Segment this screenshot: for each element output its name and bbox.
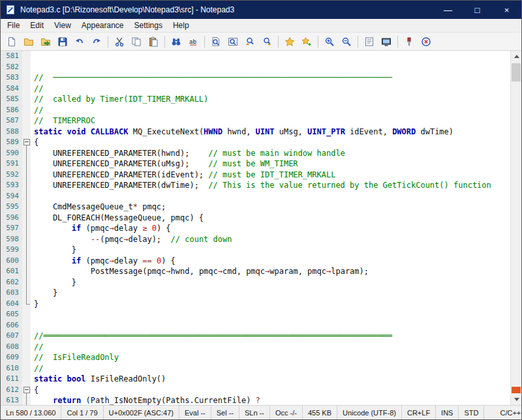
maximize-button[interactable]: □ bbox=[463, 1, 492, 19]
zoom-out-button[interactable] bbox=[339, 34, 354, 50]
code-text[interactable] bbox=[31, 51, 34, 62]
line-number[interactable]: 594 bbox=[1, 191, 22, 202]
code-text[interactable]: static bool IsFileReadOnly() bbox=[31, 374, 166, 385]
copy-button[interactable] bbox=[129, 34, 144, 50]
code-text[interactable]: // bbox=[31, 342, 43, 353]
code-text[interactable]: UNREFERENCED_PARAMETER(dwTime); // This … bbox=[31, 180, 491, 191]
line-number[interactable]: 611 bbox=[1, 374, 22, 385]
code-text[interactable]: } bbox=[31, 288, 57, 299]
line-number[interactable]: 613 bbox=[1, 395, 22, 405]
status-eol-mode[interactable]: CR+LF bbox=[402, 406, 436, 419]
find-next-button[interactable] bbox=[259, 34, 275, 50]
code-text[interactable]: return (Path_IsNotEmpty(Paths.CurrentFil… bbox=[31, 395, 260, 405]
find-in-files-button[interactable] bbox=[208, 34, 224, 50]
status-edit-mode[interactable]: STD bbox=[459, 406, 484, 419]
line-number[interactable]: 598 bbox=[1, 234, 22, 245]
scroll-down-icon[interactable] bbox=[511, 394, 521, 405]
browse-files-button[interactable] bbox=[38, 34, 54, 50]
goto-line-button[interactable] bbox=[225, 34, 241, 50]
open-file-button[interactable] bbox=[21, 34, 37, 50]
code-text[interactable]: } bbox=[31, 299, 38, 310]
code-text[interactable]: // TIMERPROC bbox=[31, 115, 95, 127]
cut-button[interactable] bbox=[112, 34, 127, 50]
code-text[interactable] bbox=[31, 320, 34, 331]
line-number[interactable]: 593 bbox=[1, 180, 22, 191]
status-insert-mode[interactable]: INS bbox=[436, 406, 459, 419]
bookmark-button[interactable] bbox=[282, 34, 298, 50]
code-text[interactable]: //══════════════════════════════════════… bbox=[31, 331, 392, 342]
pin-on-top-button[interactable] bbox=[401, 34, 417, 50]
code-text[interactable]: if (pmqc→delay == 0) { bbox=[31, 256, 176, 267]
line-number[interactable]: 612 bbox=[1, 385, 22, 396]
menu-edit[interactable]: Edit bbox=[25, 19, 49, 32]
line-number[interactable]: 601 bbox=[1, 266, 22, 277]
status-column[interactable]: Col 1 / 79 bbox=[61, 406, 103, 419]
menu-file[interactable]: File bbox=[2, 19, 25, 32]
code-text[interactable] bbox=[31, 309, 34, 320]
code-text[interactable]: } bbox=[31, 245, 76, 256]
code-text[interactable]: // called by Timer(IDT_TIMER_MRKALL) bbox=[31, 94, 208, 105]
line-number[interactable]: 597 bbox=[1, 223, 22, 234]
paste-button[interactable] bbox=[146, 34, 161, 50]
code-view[interactable]: 581582583// ────────────────────────────… bbox=[1, 51, 510, 405]
code-text[interactable]: if (pmqc→delay ≥ 0) { bbox=[31, 223, 171, 234]
save-file-button[interactable] bbox=[55, 34, 70, 50]
code-text[interactable]: --(pmqc→delay); // count down bbox=[31, 234, 232, 245]
line-number[interactable]: 582 bbox=[1, 62, 22, 73]
code-text[interactable]: // bbox=[31, 83, 43, 95]
code-text[interactable]: UNREFERENCED_PARAMETER(uMsg); // must be… bbox=[31, 158, 298, 170]
code-text[interactable] bbox=[31, 191, 34, 202]
line-number[interactable]: 586 bbox=[1, 105, 22, 116]
line-number[interactable]: 592 bbox=[1, 170, 22, 181]
bookmark-add-button[interactable] bbox=[299, 34, 315, 50]
editor-area[interactable]: 581582583// ────────────────────────────… bbox=[1, 51, 521, 405]
line-number[interactable]: 585 bbox=[1, 94, 22, 105]
code-text[interactable]: UNREFERENCED_PARAMETER(hwnd); // must be… bbox=[31, 148, 345, 159]
code-text[interactable]: // ─────────────────────────────────────… bbox=[31, 72, 392, 83]
code-text[interactable]: UNREFERENCED_PARAMETER(idEvent); // must… bbox=[31, 170, 335, 181]
code-text[interactable] bbox=[31, 62, 34, 73]
code-text[interactable]: // bbox=[31, 363, 43, 374]
line-number[interactable]: 600 bbox=[1, 256, 22, 267]
menu-help[interactable]: Help bbox=[168, 19, 194, 32]
about-button[interactable] bbox=[418, 34, 434, 50]
line-number[interactable]: 607 bbox=[1, 331, 22, 342]
line-number[interactable]: 587 bbox=[1, 115, 22, 127]
status-line[interactable]: Ln 580 / 13.060 bbox=[1, 406, 61, 419]
word-wrap-button[interactable] bbox=[361, 34, 377, 50]
line-number[interactable]: 610 bbox=[1, 363, 22, 374]
code-text[interactable]: // IsFileReadOnly bbox=[31, 352, 119, 363]
line-number[interactable]: 605 bbox=[1, 309, 22, 320]
line-number[interactable]: 596 bbox=[1, 213, 22, 224]
code-text[interactable]: { bbox=[31, 385, 38, 396]
undo-button[interactable] bbox=[72, 34, 87, 50]
close-button[interactable]: × bbox=[492, 1, 521, 19]
minimize-button[interactable]: — bbox=[433, 1, 463, 19]
line-number[interactable]: 602 bbox=[1, 277, 22, 288]
code-text[interactable]: // bbox=[31, 105, 43, 116]
status-unicode-point[interactable]: U+0x002F (ASC:47) bbox=[104, 406, 179, 419]
status-file-size[interactable]: 455 KB bbox=[303, 406, 337, 419]
line-number[interactable]: 589 bbox=[1, 137, 22, 148]
app-icon[interactable] bbox=[5, 5, 16, 15]
status-occurrences[interactable]: Occ -/- bbox=[270, 406, 303, 419]
line-number[interactable]: 584 bbox=[1, 83, 22, 95]
line-number[interactable]: 595 bbox=[1, 202, 22, 213]
status-eval[interactable]: Eval -- bbox=[179, 406, 211, 419]
code-text[interactable]: { bbox=[31, 137, 38, 148]
scroll-up-icon[interactable] bbox=[511, 51, 521, 62]
line-number[interactable]: 588 bbox=[1, 127, 22, 138]
line-number[interactable]: 599 bbox=[1, 245, 22, 256]
line-number[interactable]: 604 bbox=[1, 299, 22, 310]
code-text[interactable]: PostMessage(pmqc→hwnd, pmqc→cmd, pmqc→wp… bbox=[31, 266, 369, 277]
status-scheme[interactable]: C/C++ Source Code bbox=[495, 406, 522, 419]
zoom-in-button[interactable] bbox=[322, 34, 337, 50]
fold-toggle-icon[interactable] bbox=[22, 385, 31, 396]
code-text[interactable]: } bbox=[31, 277, 76, 288]
menu-appearance[interactable]: Appearance bbox=[76, 19, 129, 32]
new-file-button[interactable] bbox=[4, 34, 20, 50]
menu-settings[interactable]: Settings bbox=[129, 19, 168, 32]
status-selected-lines[interactable]: SLn -- bbox=[239, 406, 270, 419]
status-selection[interactable]: Sel -- bbox=[211, 406, 239, 419]
line-number[interactable]: 606 bbox=[1, 320, 22, 331]
